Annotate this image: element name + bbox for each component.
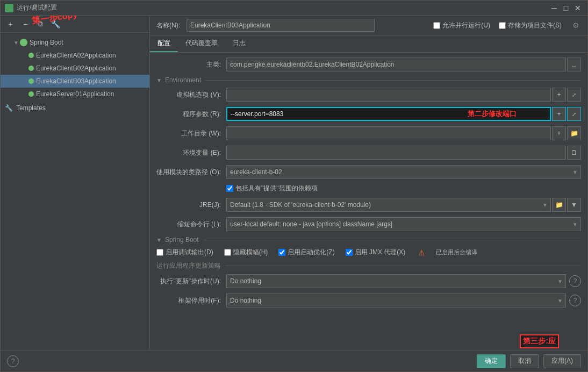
parallel-run-checkbox[interactable]	[433, 22, 440, 29]
copy-config-button[interactable]: ⧉	[34, 18, 47, 31]
include-provided-label[interactable]: 包括具有"提供"范围的依赖项	[226, 184, 581, 193]
sidebar-tree: ▼ Spring Boot EurekaClientA02Application	[1, 33, 149, 350]
gear-button[interactable]: ⚙	[570, 20, 581, 31]
program-args-expand-button[interactable]: +	[552, 107, 566, 121]
window-title: 运行/调试配置	[17, 3, 549, 12]
program-args-label: 程序参数 (R):	[156, 110, 226, 119]
wrench-icon: 🔧	[51, 20, 60, 28]
on-update-row: 执行"更新"操作时(U): Do nothingUpdate classes a…	[156, 274, 581, 289]
launch-opt-checkbox[interactable]	[278, 249, 285, 256]
working-dir-input-group: + 📁	[226, 126, 581, 140]
on-frame-help-button[interactable]: ?	[569, 295, 581, 306]
spring-boot-section: Spring Boot 启用调试输出(D) 隐藏横幅(H)	[156, 236, 581, 257]
jre-label: JRE(J):	[156, 201, 226, 209]
env-vars-label: 环境变量 (E):	[156, 148, 226, 158]
sidebar-item-eurekaserver01[interactable]: EurekaServer01Application	[1, 88, 149, 101]
sidebar-item-eurekab03[interactable]: EurekaClientB03Application	[1, 75, 149, 88]
config-tabs: 配置 代码覆盖率 日志	[150, 35, 587, 53]
on-frame-select[interactable]: Do nothingUpdate classes and resourcesHo…	[226, 294, 566, 307]
eurekab03-label: EurekaClientB03Application	[36, 77, 116, 85]
include-provided-checkbox[interactable]	[226, 185, 233, 192]
env-vars-edit-button[interactable]: 🗒	[567, 146, 581, 160]
save-to-file-label: 存储为项目文件(S)	[508, 21, 562, 30]
close-button[interactable]: ✕	[572, 3, 583, 13]
jre-browse-button[interactable]: 📁	[552, 198, 566, 212]
apply-button[interactable]: 应用(A)	[543, 354, 581, 368]
warning-icon: ⚠	[418, 248, 425, 257]
cancel-button[interactable]: 取消	[510, 354, 539, 368]
sidebar-item-eurekab02[interactable]: EurekaClientB02Application	[1, 62, 149, 75]
main-class-label: 主类:	[156, 60, 226, 69]
global-help-button[interactable]: ?	[7, 355, 19, 367]
jmx-checkbox[interactable]	[346, 249, 353, 256]
remove-config-button[interactable]: −	[19, 18, 32, 31]
jre-dropdown-button[interactable]: ▼	[567, 198, 581, 212]
shorten-cmd-select[interactable]: user-local default: none - java [options…	[226, 217, 581, 231]
right-panel: 名称(N): 允许并行运行(U) 存储为项目文件(S) ⚙ 配置	[150, 16, 587, 350]
jre-select-wrapper: Default (1.8 - SDK of 'eureka-client-b-0…	[226, 198, 551, 212]
main-class-input[interactable]	[226, 58, 566, 71]
vm-options-input[interactable]	[226, 88, 551, 102]
debug-output-label[interactable]: 启用调试输出(D)	[156, 248, 213, 257]
expand-arrow-icon: ▼	[13, 40, 20, 46]
update-strategy-header: 运行应用程序更新策略	[156, 261, 581, 270]
program-args-input[interactable]	[226, 107, 551, 121]
on-update-select[interactable]: Do nothingUpdate classes and resourcesHo…	[226, 274, 566, 288]
sidebar-item-eurekaa02[interactable]: EurekaClientA02Application	[1, 49, 149, 62]
confirm-button[interactable]: 确定	[477, 354, 506, 368]
add-config-button[interactable]: +	[4, 18, 17, 31]
shorten-cmd-row: 缩短命令行 (L): user-local default: none - ja…	[156, 217, 581, 232]
vm-options-row: 虚拟机选项 (V): + ⤢	[156, 87, 581, 102]
vm-options-fullscreen-button[interactable]: ⤢	[567, 88, 581, 102]
parallel-run-checkbox-label[interactable]: 允许并行运行(U)	[433, 21, 490, 30]
minus-icon: −	[23, 20, 27, 28]
shorten-cmd-select-wrapper: user-local default: none - java [options…	[226, 217, 581, 231]
main-class-row: 主类: ...	[156, 57, 581, 72]
on-update-help-button[interactable]: ?	[569, 275, 581, 287]
tab-log[interactable]: 日志	[225, 35, 253, 52]
main-content: + − ⧉ 🔧 第一步copy	[1, 16, 587, 350]
environment-section-header: Environment	[156, 76, 581, 84]
module-classpath-row: 使用模块的类路径 (O): eureka-client-b-02 ▼	[156, 164, 581, 180]
eurekaserver01-label: EurekaServer01Application	[36, 90, 114, 98]
env-vars-input-group: 🗒	[226, 146, 581, 160]
save-to-file-checkbox[interactable]	[499, 22, 506, 29]
launch-opt-label[interactable]: 启用启动优化(Z)	[278, 248, 334, 257]
header-checkboxes: 允许并行运行(U) 存储为项目文件(S) ⚙	[433, 20, 581, 31]
sidebar-item-springboot[interactable]: ▼ Spring Boot	[1, 36, 149, 49]
on-update-select-wrapper: Do nothingUpdate classes and resourcesHo…	[226, 274, 566, 288]
name-field-label: 名称(N):	[156, 21, 180, 30]
name-input[interactable]	[187, 19, 375, 32]
maximize-button[interactable]: □	[561, 3, 571, 13]
hide-banner-checkbox[interactable]	[224, 249, 231, 256]
working-dir-input[interactable]	[226, 126, 551, 140]
settings-button[interactable]: 🔧	[49, 18, 62, 31]
on-update-input-group: Do nothingUpdate classes and resourcesHo…	[226, 274, 581, 288]
wrench-small-icon: 🔧	[5, 104, 13, 112]
save-to-file-checkbox-label[interactable]: 存储为项目文件(S)	[499, 21, 562, 30]
env-vars-input[interactable]	[226, 146, 566, 160]
working-dir-row: 工作目录 (W): + 📁	[156, 126, 581, 141]
debug-output-checkbox[interactable]	[156, 249, 163, 256]
on-frame-label: 框架停用时(F):	[156, 296, 226, 305]
working-dir-browse-button[interactable]: 📁	[567, 126, 581, 140]
working-dir-expand-button[interactable]: +	[552, 126, 566, 140]
title-bar: 运行/调试配置 ─ □ ✕	[1, 1, 587, 16]
main-class-browse-button[interactable]: ...	[567, 58, 581, 71]
tab-config[interactable]: 配置	[150, 35, 178, 52]
jmx-label[interactable]: 启用 JMX 代理(X)	[346, 248, 406, 257]
jre-select[interactable]: Default (1.8 - SDK of 'eureka-client-b-0…	[226, 198, 551, 212]
hide-banner-label[interactable]: 隐藏横幅(H)	[224, 248, 268, 257]
on-update-label: 执行"更新"操作时(U):	[156, 277, 226, 286]
program-args-fullscreen-button[interactable]: ⤢	[567, 107, 581, 121]
tab-coverage[interactable]: 代码覆盖率	[178, 35, 225, 52]
environment-label: Environment	[156, 76, 581, 84]
vm-options-expand-button[interactable]: +	[552, 88, 566, 102]
minimize-button[interactable]: ─	[549, 3, 560, 13]
sidebar-item-templates[interactable]: 🔧 Templates	[1, 102, 149, 115]
springboot-icon	[20, 39, 27, 46]
eurekab02-label: EurekaClientB02Application	[36, 65, 116, 72]
jre-input-group: Default (1.8 - SDK of 'eureka-client-b-0…	[226, 198, 581, 212]
include-provided-row: 包括具有"提供"范围的依赖项	[226, 184, 581, 193]
module-classpath-select[interactable]: eureka-client-b-02	[226, 165, 581, 179]
